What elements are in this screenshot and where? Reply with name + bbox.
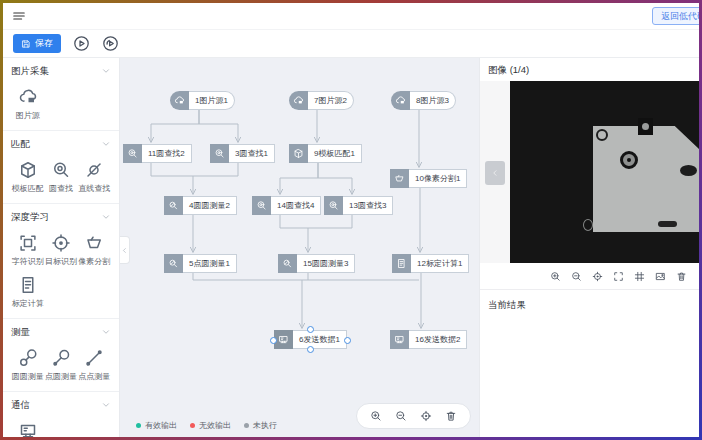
image-preview-area	[480, 81, 699, 263]
tool-device[interactable]	[11, 421, 44, 437]
flow-node[interactable]: 1图片源1	[170, 91, 235, 110]
locate-icon[interactable]	[420, 410, 432, 422]
flow-node[interactable]: 10像素分割1	[390, 169, 467, 188]
tool-circle-search[interactable]: 圆查找	[44, 160, 77, 194]
device-icon	[390, 330, 409, 349]
save-icon	[21, 39, 31, 49]
form-icon	[18, 275, 38, 295]
sidebar-section: 匹配模板匹配圆查找直线查找	[3, 131, 119, 204]
vision-flow-app: 返回低代码 保存 图片采集图片源匹配模板匹配圆查找直线查找深度学习字符识别目标识…	[3, 3, 699, 437]
node-label: 3圆查找1	[229, 144, 275, 163]
chevron-down-icon[interactable]	[101, 212, 111, 222]
sidebar-section-header[interactable]: 匹配	[11, 136, 111, 152]
bottom-slot	[658, 221, 677, 227]
tool-sidebar: 图片采集图片源匹配模板匹配圆查找直线查找深度学习字符识别目标识别像素分割标定计算…	[3, 58, 120, 437]
sidebar-section: 测量圆圆测量点圆测量点点测量	[3, 319, 119, 392]
measure-icon	[164, 254, 183, 273]
tool-label: 直线查找	[78, 183, 110, 194]
flow-node[interactable]: 12标定计算1	[392, 254, 469, 273]
circle-search-icon	[51, 160, 71, 180]
node-label: 15圆圆测量3	[297, 254, 355, 273]
flow-node[interactable]: 3圆查找1	[210, 144, 275, 163]
tool-label: 点点测量	[78, 371, 110, 382]
flow-node[interactable]: 8图片源3	[391, 91, 456, 110]
tool-ocr[interactable]: 字符识别	[11, 233, 44, 267]
node-label: 11圆查找2	[142, 144, 192, 163]
compare-icon[interactable]	[655, 271, 666, 282]
tool-label: 模板匹配	[12, 183, 44, 194]
flow-edges	[120, 58, 479, 437]
locate-icon[interactable]	[592, 271, 603, 282]
flow-node[interactable]: 13圆查找3	[324, 196, 393, 215]
flow-node[interactable]: 11圆查找2	[123, 144, 192, 163]
chevron-left-icon	[121, 247, 128, 254]
zoom-in-icon[interactable]	[550, 271, 561, 282]
status-legend: 有效输出无效输出未执行	[136, 420, 277, 431]
tool-measure-cc[interactable]: 圆圆测量	[11, 348, 44, 382]
sidebar-section-header[interactable]: 通信	[11, 397, 111, 413]
return-low-code-button[interactable]: 返回低代码	[652, 7, 699, 25]
node-label: 14圆查找4	[271, 196, 321, 215]
tool-measure-pp[interactable]: 点点测量	[78, 348, 111, 382]
tool-target[interactable]: 目标识别	[44, 233, 77, 267]
measure-icon	[278, 254, 297, 273]
node-handle[interactable]	[270, 337, 277, 344]
fullscreen-icon[interactable]	[613, 271, 624, 282]
prev-image-button[interactable]	[485, 161, 505, 185]
menu-icon[interactable]	[12, 9, 26, 23]
cloud-icon	[170, 91, 189, 110]
flow-node[interactable]: 9模板匹配1	[289, 144, 362, 163]
tool-basket[interactable]: 像素分割	[78, 233, 111, 267]
sidebar-section: 深度学习字符识别目标识别像素分割标定计算	[3, 204, 119, 319]
legend-label: 有效输出	[145, 420, 177, 431]
node-label: 16发送数据2	[409, 330, 467, 349]
chevron-down-icon[interactable]	[101, 139, 111, 149]
tool-line-search[interactable]: 直线查找	[78, 160, 111, 194]
flow-node[interactable]: 16发送数据2	[390, 330, 467, 349]
main-area: 图片采集图片源匹配模板匹配圆查找直线查找深度学习字符识别目标识别像素分割标定计算…	[3, 58, 699, 437]
flow-node[interactable]: 7图片源2	[289, 91, 354, 110]
zoom-out-icon[interactable]	[395, 410, 407, 422]
sidebar-section: 图片采集图片源	[3, 58, 119, 131]
sidebar-section-header[interactable]: 测量	[11, 324, 111, 340]
sidebar-section-header[interactable]: 深度学习	[11, 209, 111, 225]
window-frame: 返回低代码 保存 图片采集图片源匹配模板匹配圆查找直线查找深度学习字符识别目标识…	[0, 0, 702, 440]
tool-form[interactable]: 标定计算	[11, 275, 44, 309]
zoom-in-icon[interactable]	[370, 410, 382, 422]
chevron-down-icon[interactable]	[101, 400, 111, 410]
sidebar-collapse-handle[interactable]	[120, 236, 130, 264]
save-button[interactable]: 保存	[13, 34, 61, 53]
tool-cube[interactable]: 模板匹配	[11, 160, 44, 194]
trash-icon[interactable]	[445, 410, 457, 422]
tool-cloud[interactable]: 图片源	[11, 87, 44, 121]
flow-canvas[interactable]: 1图片源17图片源28图片源311圆查找23圆查找19模板匹配110像素分割14…	[120, 58, 479, 437]
flow-node[interactable]: 4圆圆测量2	[164, 196, 237, 215]
sidebar-section-header[interactable]: 图片采集	[11, 63, 111, 79]
legend-dot	[244, 423, 249, 428]
zoom-out-icon[interactable]	[571, 271, 582, 282]
circle-search-icon	[324, 196, 343, 215]
legend-label: 未执行	[253, 420, 277, 431]
flow-node[interactable]: 6发送数据1	[274, 330, 347, 349]
tool-label: 圆查找	[49, 183, 73, 194]
tool-measure-pc[interactable]: 点圆测量	[44, 348, 77, 382]
trash-icon[interactable]	[676, 271, 687, 282]
flow-node[interactable]: 5点圆测量1	[164, 254, 237, 273]
flow-node[interactable]: 15圆圆测量3	[278, 254, 355, 273]
flow-node[interactable]: 14圆查找4	[252, 196, 321, 215]
run-continuous-button[interactable]	[102, 35, 119, 52]
edge-feature	[583, 219, 593, 231]
top-bar: 返回低代码	[3, 3, 699, 30]
node-handle[interactable]	[344, 337, 351, 344]
node-label: 10像素分割1	[409, 169, 467, 188]
grid-icon[interactable]	[634, 271, 645, 282]
measure-pp-icon	[84, 348, 104, 368]
cloud-icon	[289, 91, 308, 110]
node-label: 4圆圆测量2	[183, 196, 237, 215]
image-toolbar	[480, 263, 699, 289]
sidebar-section-title: 图片采集	[11, 65, 49, 78]
cloud-icon	[18, 87, 38, 107]
chevron-down-icon[interactable]	[101, 66, 111, 76]
chevron-down-icon[interactable]	[101, 327, 111, 337]
run-once-button[interactable]	[73, 35, 90, 52]
